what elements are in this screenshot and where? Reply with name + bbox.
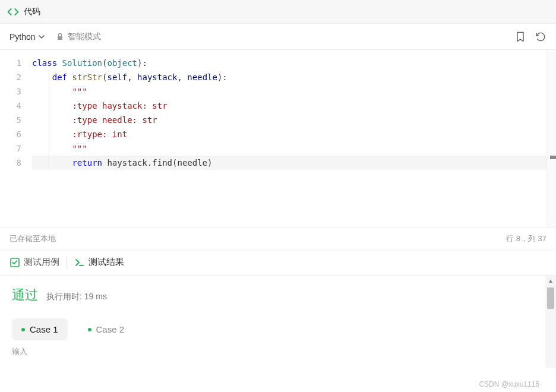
mode-label: 智能模式	[68, 31, 101, 42]
bookmark-button[interactable]	[514, 31, 526, 43]
header: 代码	[0, 0, 556, 24]
code-line[interactable]: """	[32, 84, 556, 99]
code-line[interactable]: :type needle: str	[32, 113, 556, 127]
checkbox-icon	[10, 257, 20, 268]
code-line[interactable]: def strStr(self, haystack, needle):	[32, 70, 556, 84]
watermark: CSDN @xuxu1116	[479, 380, 539, 388]
result-body: 通过 执行用时: 19 ms Case 1Case 2 输入 ▲	[0, 276, 556, 368]
bookmark-icon	[514, 31, 526, 43]
tab-test-cases-label: 测试用例	[24, 257, 59, 268]
line-number: 2	[0, 70, 21, 84]
line-number: 8	[0, 156, 21, 170]
scroll-thumb[interactable]	[547, 287, 554, 309]
code-line[interactable]: return haystack.find(needle)	[32, 156, 556, 170]
terminal-icon	[74, 257, 85, 268]
pass-status: 通过	[12, 286, 38, 304]
chevron-down-icon	[38, 33, 45, 40]
status-saved: 已存储至本地	[10, 233, 56, 244]
results-section: 测试用例 测试结果 通过 执行用时: 19 ms Case 1Case 2 输入…	[0, 249, 556, 368]
code-line[interactable]: :type haystack: str	[32, 99, 556, 113]
toolbar: Python 智能模式	[0, 24, 556, 50]
code-line[interactable]: class Solution(object):	[32, 56, 556, 70]
status-bar: 已存储至本地 行 8，列 37	[0, 228, 556, 249]
toolbar-left: Python 智能模式	[10, 31, 101, 42]
line-number: 7	[0, 141, 21, 156]
line-number: 3	[0, 84, 21, 99]
input-label: 输入	[12, 346, 544, 357]
code-line[interactable]: """	[32, 141, 556, 156]
line-number: 4	[0, 99, 21, 113]
case-label: Case 2	[96, 324, 125, 334]
code-icon	[7, 6, 19, 18]
tab-test-cases[interactable]: 测试用例	[10, 257, 59, 268]
line-number: 5	[0, 113, 21, 127]
tab-test-results-label: 测试结果	[89, 257, 124, 268]
svg-rect-0	[58, 36, 62, 40]
results-tabs: 测试用例 测试结果	[0, 249, 556, 276]
rotate-ccw-icon	[535, 31, 546, 43]
case-label: Case 1	[30, 324, 58, 334]
lock-icon	[56, 33, 64, 41]
code-line[interactable]: :rtype: int	[32, 127, 556, 141]
pass-line: 通过 执行用时: 19 ms	[12, 286, 544, 304]
reset-button[interactable]	[535, 31, 546, 43]
language-select[interactable]: Python	[10, 32, 45, 42]
tab-test-results[interactable]: 测试结果	[74, 257, 124, 268]
code-editor[interactable]: 12345678 class Solution(object): def str…	[0, 50, 556, 228]
case-status-dot	[88, 328, 91, 331]
line-number: 6	[0, 127, 21, 141]
minimap-marker	[550, 156, 556, 159]
code-area[interactable]: class Solution(object): def strStr(self,…	[27, 50, 556, 227]
line-gutter: 12345678	[0, 50, 27, 227]
status-position: 行 8，列 37	[506, 233, 546, 244]
cases: Case 1Case 2	[12, 318, 544, 340]
mode-indicator[interactable]: 智能模式	[56, 31, 101, 42]
scroll-up-icon[interactable]: ▲	[545, 276, 556, 285]
editor-minimap-scroll[interactable]	[546, 50, 556, 227]
execution-time: 执行用时: 19 ms	[46, 292, 107, 302]
header-title: 代码	[24, 7, 40, 17]
case-status-dot	[21, 328, 25, 331]
tab-separator	[67, 257, 67, 268]
result-scrollbar[interactable]: ▲	[545, 276, 556, 368]
line-number: 1	[0, 56, 21, 70]
case-button[interactable]: Case 1	[12, 318, 68, 340]
toolbar-right	[514, 31, 546, 43]
language-label: Python	[10, 32, 36, 42]
case-button[interactable]: Case 2	[78, 318, 134, 340]
